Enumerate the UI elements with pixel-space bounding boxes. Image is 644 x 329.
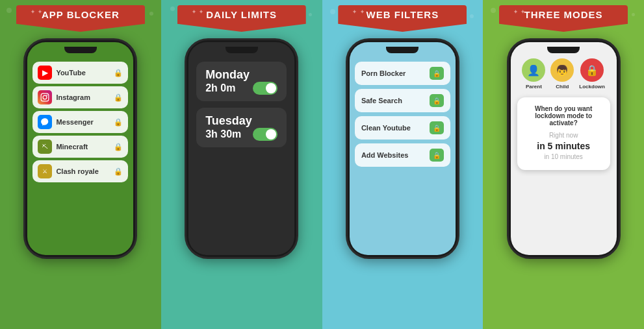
app-item-clash[interactable]: ⚔ Clash royale 🔒 <box>32 160 128 182</box>
app-item-messenger[interactable]: Messenger 🔒 <box>32 111 128 133</box>
mode-child[interactable]: 👦 Child <box>550 58 574 90</box>
phone-mockup-1: ▶ YouTube 🔒 Instagram 🔒 <box>23 38 137 259</box>
phone-mockup-3: Porn Blocker 🔒 Safe Search 🔒 Clean Youtu… <box>346 38 459 259</box>
lock-icon-minecraft: 🔒 <box>114 143 123 151</box>
phone-notch-4 <box>547 47 580 53</box>
app-item-minecraft[interactable]: ⛏ Minecraft 🔒 <box>32 136 128 158</box>
panel-2-title: ✦ ✦ DAILY LIMITS <box>177 5 306 32</box>
phone-mockup-4: 👤 Parent 👦 Child 🔒 Lockdown When do you … <box>507 38 621 259</box>
dialog-option-10-min[interactable]: in 10 minutes <box>524 153 604 160</box>
mode-label-child: Child <box>556 84 569 90</box>
child-mode-icon: 👦 <box>550 58 574 82</box>
lockdown-dialog: When do you want lockdown mode to activa… <box>517 97 610 170</box>
phone-screen-1: ▶ YouTube 🔒 Instagram 🔒 <box>27 42 133 255</box>
svg-point-1 <box>43 95 47 99</box>
app-name-clash: Clash royale <box>56 167 98 175</box>
day-name-monday: Monday <box>205 68 277 82</box>
messenger-icon <box>38 115 52 129</box>
app-name-instagram: Instagram <box>56 93 90 101</box>
panel-4-title: ✦ ✦ THREE MODES <box>499 5 628 32</box>
mode-label-lockdown: Lockdown <box>579 84 605 90</box>
day-block-tuesday: Tuesday 3h 30m <box>196 108 287 147</box>
day-name-tuesday: Tuesday <box>205 114 277 128</box>
app-item-instagram[interactable]: Instagram 🔒 <box>32 86 128 108</box>
mode-label-parent: Parent <box>526 84 542 90</box>
app-list: ▶ YouTube 🔒 Instagram 🔒 <box>27 42 133 188</box>
toggle-monday[interactable] <box>253 82 277 95</box>
panel-1-title: ✦ ✦ APP BLOCKER <box>16 5 145 32</box>
lock-icon-instagram: 🔒 <box>114 93 123 102</box>
lock-icon-clash: 🔒 <box>114 167 123 176</box>
filter-lock-safe-search: 🔒 <box>430 94 444 107</box>
minecraft-icon: ⛏ <box>38 140 52 154</box>
filter-lock-clean-youtube: 🔒 <box>430 121 444 134</box>
app-name-minecraft: Minecraft <box>56 143 88 151</box>
panel-daily-limits: ✦ ✦ DAILY LIMITS Monday 2h 0m Tuesday 3h… <box>161 0 322 329</box>
panel-3-title: ✦ ✦ WEB FILTERS <box>338 5 467 32</box>
phone-screen-2: Monday 2h 0m Tuesday 3h 30m <box>188 42 294 255</box>
filter-item-add-websites[interactable]: Add Websites 🔒 <box>355 143 450 167</box>
mode-parent[interactable]: 👤 Parent <box>522 58 545 90</box>
phone-notch-1 <box>64 47 97 53</box>
dialog-option-5-min[interactable]: in 5 minutes <box>524 141 604 151</box>
modes-row: 👤 Parent 👦 Child 🔒 Lockdown <box>522 58 605 90</box>
filter-name-safe-search: Safe Search <box>361 97 402 104</box>
phone-screen-3: Porn Blocker 🔒 Safe Search 🔒 Clean Youtu… <box>350 42 456 255</box>
lock-icon-youtube: 🔒 <box>114 69 123 77</box>
day-time-tuesday: 3h 30m <box>205 128 241 140</box>
svg-rect-0 <box>42 93 49 101</box>
panel-web-filters: ✦ ✦ WEB FILTERS Porn Blocker 🔒 Safe Sear… <box>322 0 483 329</box>
filter-item-porn-blocker[interactable]: Porn Blocker 🔒 <box>355 62 450 85</box>
parent-mode-icon: 👤 <box>522 58 545 82</box>
filter-item-safe-search[interactable]: Safe Search 🔒 <box>355 89 450 112</box>
clash-icon: ⚔ <box>38 164 52 178</box>
phone-mockup-2: Monday 2h 0m Tuesday 3h 30m <box>185 38 298 259</box>
lockdown-mode-icon: 🔒 <box>580 58 604 82</box>
dialog-question: When do you want lockdown mode to activa… <box>524 105 604 127</box>
app-name-youtube: YouTube <box>56 69 85 77</box>
filter-lock-porn-blocker: 🔒 <box>430 67 444 80</box>
phone-screen-4: 👤 Parent 👦 Child 🔒 Lockdown When do you … <box>511 42 617 255</box>
filter-name-add-websites: Add Websites <box>361 151 409 159</box>
app-item-youtube[interactable]: ▶ YouTube 🔒 <box>32 62 128 84</box>
app-name-messenger: Messenger <box>56 118 93 126</box>
day-block-monday: Monday 2h 0m <box>196 62 287 101</box>
mode-lockdown[interactable]: 🔒 Lockdown <box>579 58 605 90</box>
panel-app-blocker: ✦ ✦ APP BLOCKER ▶ YouTube 🔒 <box>0 0 161 329</box>
instagram-icon <box>38 90 52 104</box>
day-time-monday: 2h 0m <box>205 82 235 94</box>
lock-icon-messenger: 🔒 <box>114 118 123 127</box>
toggle-tuesday[interactable] <box>253 128 277 141</box>
filter-name-clean-youtube: Clean Youtube <box>361 124 411 132</box>
filter-name-porn-blocker: Porn Blocker <box>361 69 406 77</box>
phone-notch-2 <box>225 47 258 53</box>
phone-notch-3 <box>386 47 419 53</box>
panel-three-modes: ✦ ✦ THREE MODES 👤 Parent 👦 Child 🔒 Lockd… <box>483 0 644 329</box>
svg-point-2 <box>47 95 48 96</box>
youtube-icon: ▶ <box>38 66 52 80</box>
filter-lock-add-websites: 🔒 <box>430 149 444 162</box>
filter-item-clean-youtube[interactable]: Clean Youtube 🔒 <box>355 116 450 140</box>
dialog-option-right-now[interactable]: Right now <box>524 132 604 139</box>
